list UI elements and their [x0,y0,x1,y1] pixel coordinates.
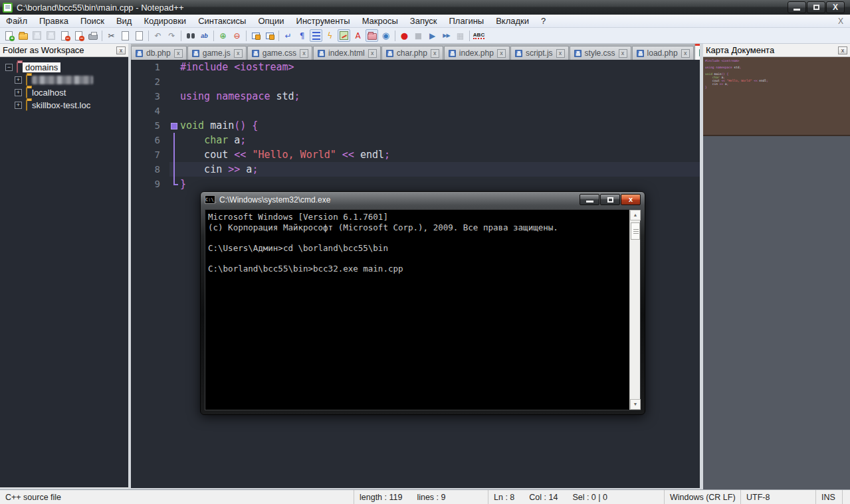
close-tab-icon[interactable]: x [300,49,308,58]
paste-icon[interactable] [133,29,146,42]
menu-item-9[interactable]: Запуск [404,15,443,27]
close-tab-icon[interactable]: x [431,49,439,58]
save-macro-icon[interactable]: ▦ [454,29,467,42]
tree-expander-icon[interactable]: − [5,64,13,71]
menubar-close-icon[interactable]: X [838,17,850,26]
cmd-scrollbar-thumb[interactable] [631,222,640,240]
sync-vertical-scroll-icon[interactable] [249,29,262,42]
cmd-title-bar[interactable]: C:\_ C:\Windows\system32\cmd.exe x [201,192,645,207]
tab-style.css[interactable]: style.cssx [570,46,631,60]
docmap-viewport[interactable]: #include <iostream>using namespace std;v… [703,57,850,136]
function-list-icon[interactable]: ϟ [324,29,336,42]
menu-item-10[interactable]: Плагины [443,15,490,27]
tree-item-localhost[interactable]: +localhost [15,87,128,98]
run-macro-multiple-icon[interactable]: ▶▶ [440,29,453,42]
document-map-icon[interactable] [338,29,350,42]
replace-icon[interactable]: ab [198,29,211,42]
save-icon[interactable] [31,29,43,42]
show-all-characters-icon[interactable]: ¶ [296,29,308,42]
close-tab-icon[interactable]: x [234,49,243,58]
spell-check-icon[interactable]: ABC [473,29,485,42]
tree-expander-icon[interactable]: + [15,102,22,109]
tab-game.css[interactable]: game.cssx [247,46,312,60]
tab-db.php[interactable]: db.phpx [131,46,187,60]
cmd-scrollbar[interactable]: ▲ ▼ [629,210,640,410]
copy-icon[interactable] [119,29,132,42]
status-eol-format[interactable]: Windows (CR LF) [665,490,741,504]
tab-script.js[interactable]: script.jsx [510,46,569,60]
menu-item-5[interactable]: Синтаксисы [192,15,252,27]
close-button[interactable]: X [826,1,845,13]
menu-item-6[interactable]: Опции [252,15,290,27]
code-line-7: 7 cout << "Hello, World" << endl; [131,147,700,162]
cmd-minimize-button[interactable] [580,194,599,205]
close-tab-icon[interactable]: x [368,49,377,58]
menu-item-8[interactable]: Макросы [356,15,404,27]
menu-item-1[interactable]: Правка [33,15,74,27]
menu-item-3[interactable]: Вид [110,15,138,27]
record-macro-icon[interactable]: ● [398,29,411,42]
cut-icon[interactable]: ✂ [105,29,118,42]
tree-item-skillbox-test.loc[interactable]: +skillbox-test.loc [15,100,128,111]
menu-item-7[interactable]: Инструменты [290,15,356,27]
new-file-icon[interactable]: + [3,29,15,42]
close-tab-icon[interactable]: x [681,49,690,58]
menu-item-4[interactable]: Кодировки [138,15,192,27]
maximize-icon [607,197,613,203]
tab-index.php[interactable]: index.phpx [444,46,510,60]
close-tab-icon[interactable]: x [556,49,565,58]
workspace-panel-close-icon[interactable]: x [116,46,126,54]
undo-icon[interactable]: ↶ [152,29,164,42]
close-tab-icon[interactable]: x [174,49,183,58]
cmd-window[interactable]: C:\_ C:\Windows\system32\cmd.exe x Micro… [200,191,645,415]
redo-icon[interactable]: ↷ [165,29,178,42]
document-monitor-icon[interactable]: A [352,29,364,42]
folder-icon [26,75,27,85]
minimize-button[interactable] [788,1,806,13]
menu-item-2[interactable]: Поиск [74,15,110,27]
word-wrap-icon[interactable]: ↵ [282,29,294,42]
show-indent-guide-icon[interactable] [310,29,322,42]
play-macro-icon[interactable]: ▶ [426,29,439,42]
tab-index.html[interactable]: index.htmlx [313,46,381,60]
tab-load.php[interactable]: load.phpx [632,46,694,60]
scroll-up-icon[interactable]: ▲ [630,210,641,220]
cmd-close-button[interactable]: x [621,194,641,205]
close-tab-icon[interactable]: x [497,49,506,58]
sync-horizontal-scroll-icon[interactable] [263,29,276,42]
status-insert-mode[interactable]: INS [816,490,843,504]
save-all-icon[interactable] [45,29,57,42]
tree-item-domains[interactable]: −domains [5,62,128,73]
monitoring-icon[interactable]: ◉ [379,29,392,42]
print-icon[interactable] [86,29,99,42]
tab-game.js[interactable]: game.jsx [187,46,247,60]
menu-item-12[interactable]: ? [535,15,552,27]
fold-margin [169,177,180,191]
tree-expander-icon[interactable]: + [15,76,22,84]
close-file-icon[interactable]: − [58,29,71,42]
fold-margin[interactable] [169,118,180,133]
tab-char.php[interactable]: char.phpx [381,46,443,60]
menu-item-11[interactable]: Вкладки [490,15,535,27]
cmd-console[interactable]: Microsoft Windows [Version 6.1.7601](c) … [205,209,641,410]
find-icon[interactable] [184,29,197,42]
cmd-maximize-button[interactable] [600,194,620,205]
tree-item-hidden[interactable]: + [15,74,128,86]
close-all-icon[interactable]: − [72,29,85,42]
fold-margin [169,133,180,147]
saved-file-icon [386,50,393,56]
console-line: Microsoft Windows [Version 6.1.7601] [208,212,627,222]
restore-button[interactable] [807,1,825,13]
zoom-out-icon[interactable]: ⊖ [231,29,243,42]
folder-as-workspace-icon[interactable] [366,29,378,42]
status-encoding[interactable]: UTF-8 [741,490,816,504]
code-text: cout << "Hello, World" << endl; [180,147,700,162]
tree-expander-icon[interactable]: + [15,89,22,96]
menu-item-0[interactable]: Файл [0,15,33,27]
open-file-icon[interactable] [17,29,29,42]
docmap-panel-close-icon[interactable]: x [838,46,847,54]
scroll-down-icon[interactable]: ▼ [630,399,641,410]
close-tab-icon[interactable]: x [619,49,627,58]
zoom-in-icon[interactable]: ⊕ [217,29,229,42]
stop-macro-icon[interactable]: ■ [412,29,425,42]
